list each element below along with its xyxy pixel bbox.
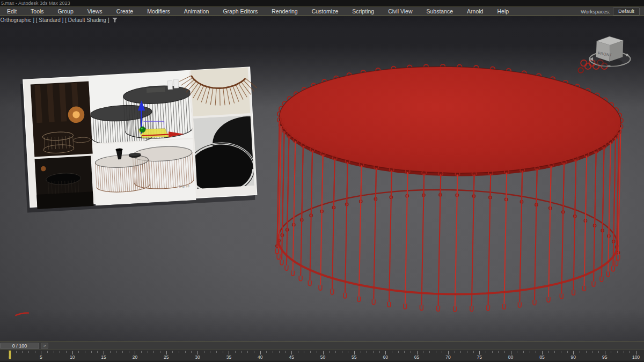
ruler-tick (197, 351, 198, 354)
menu-customize[interactable]: Customize (305, 7, 346, 16)
ruler-tick (342, 351, 342, 353)
ruler-tick (398, 351, 399, 353)
ruler-tick (460, 351, 461, 353)
ruler-tick (317, 351, 317, 353)
menu-help[interactable]: Help (490, 7, 516, 16)
ruler-tick (153, 351, 154, 353)
timeline-playhead[interactable] (9, 350, 11, 359)
ruler-tick (423, 351, 423, 353)
menu-rendering[interactable]: Rendering (265, 7, 304, 16)
menu-group[interactable]: Group (51, 7, 80, 16)
menu-edit[interactable]: Edit (0, 7, 24, 16)
gizmo-y-axis[interactable] (140, 127, 145, 132)
ruler-tick (379, 351, 380, 353)
menu-animation[interactable]: Animation (177, 7, 216, 16)
next-frame-button[interactable]: > (41, 343, 48, 349)
ruler-tick (247, 351, 248, 353)
ruler-tick (448, 351, 449, 354)
ruler-tick (135, 351, 135, 354)
ruler-label: 20 (128, 354, 141, 360)
ruler-label: 70 (442, 354, 455, 360)
menu-graph-editors[interactable]: Graph Editors (216, 7, 265, 16)
ruler-tick (492, 351, 493, 353)
ruler-tick (16, 351, 17, 353)
ruler-label: 75 (473, 354, 486, 360)
ruler-tick (536, 351, 536, 353)
ruler-tick (367, 351, 367, 353)
ruler-tick (517, 351, 517, 353)
ruler-label: 30 (191, 354, 204, 360)
wire-table-object[interactable] (274, 61, 624, 315)
ruler-tick (91, 351, 92, 353)
ruler-tick (223, 351, 223, 353)
ruler-tick (605, 351, 605, 354)
ruler-tick (617, 351, 618, 353)
ruler-label: 10 (66, 354, 79, 360)
ruler-tick (35, 351, 35, 353)
ruler-tick (486, 351, 486, 353)
viewport-canvas[interactable]: TAB 18FRONT (0, 16, 644, 342)
ruler-tick (273, 351, 273, 353)
ruler-tick (47, 351, 48, 353)
ruler-tick (110, 351, 111, 353)
menu-modifiers[interactable]: Modifiers (140, 7, 177, 16)
menu-tools[interactable]: Tools (24, 7, 51, 16)
ruler-tick (28, 351, 29, 353)
view-cube[interactable]: FRONT (589, 36, 630, 67)
ruler-tick (60, 351, 60, 353)
ruler-tick (436, 351, 436, 353)
ruler-tick (185, 351, 186, 353)
filter-funnel-icon[interactable] (112, 18, 118, 23)
ruler-tick (385, 351, 386, 354)
ruler-tick (542, 351, 543, 354)
time-slider[interactable]: 0 / 100 (0, 343, 39, 349)
menu-civil-view[interactable]: Civil View (381, 7, 419, 16)
ruler-label: 85 (536, 354, 548, 360)
menu-substance[interactable]: Substance (419, 7, 460, 16)
ruler-tick (523, 351, 524, 353)
bottom-edge (0, 360, 644, 362)
menu-views[interactable]: Views (80, 7, 109, 16)
ruler-tick (636, 351, 636, 354)
viewport-label-text[interactable]: [ Orthographic ] [ Standard ] [ Default … (0, 17, 109, 23)
timeline-ruler[interactable]: 0510152025303540455055606570758085909510… (0, 350, 644, 360)
ruler-label: 45 (285, 354, 298, 360)
ruler-tick (254, 351, 254, 353)
viewport-label[interactable]: [ Orthographic ] [ Standard ] [ Default … (0, 17, 118, 23)
window-title: 5.max - Autodesk 3ds Max 2023 (1, 1, 70, 6)
workspace-selector[interactable]: Default (613, 8, 640, 16)
reference-photo (184, 113, 287, 196)
time-slider-bar: 0 / 100 > (0, 342, 644, 350)
ruler-tick (411, 351, 411, 353)
menu-create[interactable]: Create (109, 7, 141, 16)
ruler-tick (511, 351, 511, 354)
ruler-tick (304, 351, 304, 353)
ruler-tick (148, 351, 148, 353)
ruler-tick (160, 351, 160, 353)
ruler-tick (41, 351, 41, 354)
workspaces-label: Workspaces: (581, 9, 610, 14)
ruler-tick (210, 351, 210, 353)
ruler-label: 5 (34, 354, 47, 360)
menu-scripting[interactable]: Scripting (345, 7, 381, 16)
ruler-tick (554, 351, 555, 353)
viewport[interactable]: TAB 18FRONT [ Orthographic ] [ Standard … (0, 16, 644, 342)
ruler-label: 35 (222, 354, 235, 360)
ruler-label: 25 (160, 354, 173, 360)
ruler-tick (611, 351, 611, 353)
ruler-tick (66, 351, 67, 353)
table-top[interactable] (279, 63, 622, 176)
ruler-tick (85, 351, 85, 353)
stray-spline[interactable] (15, 313, 29, 316)
reference-board[interactable]: TAB 18 (20, 65, 287, 212)
menu-arnold[interactable]: Arnold (460, 7, 490, 16)
ruler-tick (122, 351, 123, 353)
ruler-tick (392, 351, 392, 353)
ruler-tick (285, 351, 286, 353)
ruler-label: 65 (411, 354, 423, 360)
ruler-tick (361, 351, 361, 353)
ruler-tick (567, 351, 568, 353)
ruler-tick (335, 351, 336, 353)
ruler-tick (260, 351, 261, 354)
ruler-tick (179, 351, 179, 353)
